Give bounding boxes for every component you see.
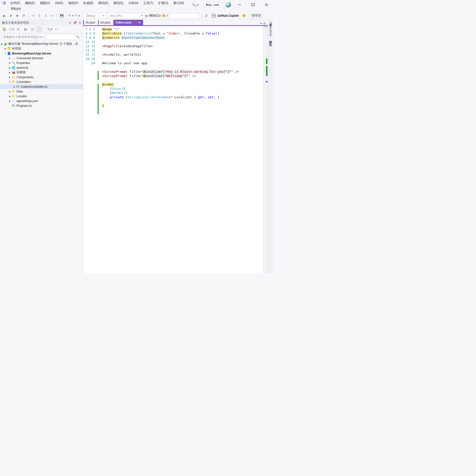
folder-icon: 📁 [11, 90, 15, 94]
menu-build[interactable]: 生成(B) [81, 0, 95, 6]
sync-icon[interactable]: ⇆ [15, 26, 21, 32]
vs-logo-icon [1, 1, 6, 5]
menu-debug[interactable]: 调试(D) [96, 0, 111, 6]
undo-icon[interactable]: ↶ ▾ [68, 13, 74, 18]
show-all-icon[interactable]: ◫ [29, 26, 35, 32]
side-tab-powershell[interactable]: 开发者 PowerShell [269, 22, 272, 36]
menu-analyze[interactable]: 分析(N) [126, 0, 141, 6]
tree-controllers[interactable]: ▾📁 Controllers [0, 80, 83, 84]
pin-icon[interactable]: 📌 [133, 21, 137, 24]
menu-help[interactable]: 帮助(H) [8, 6, 23, 12]
tree-external[interactable]: ▶🗂️ 外部源 [0, 46, 83, 51]
panel-close-icon[interactable]: ✕ [78, 21, 82, 24]
tree-properties[interactable]: ▶🔧 Properties [0, 60, 83, 65]
maximize-button[interactable] [248, 2, 258, 8]
package-icon: 📦 [11, 70, 15, 74]
copilot-icon [212, 14, 216, 18]
menu-test[interactable]: 测试(S) [111, 0, 126, 6]
tree-label: 外部源 [12, 46, 21, 51]
settings-icon[interactable]: ⇵ [204, 13, 209, 18]
search-icon: 🔍 [76, 35, 80, 39]
config-dropdown[interactable]: Debug [84, 13, 106, 19]
track-active-icon[interactable]: ⬚ [36, 26, 42, 32]
tab-indexrazor[interactable]: Index.razor 📌 ✕ [113, 20, 143, 25]
folder-icon: 📁 [11, 75, 15, 79]
menu-file[interactable]: 文件(F) [8, 0, 22, 6]
hot-reload-icon[interactable]: 🔥 ▾ [162, 13, 168, 18]
menu-ext[interactable]: 扩展(X) [156, 0, 171, 6]
panel-pin-icon[interactable]: 📌 [73, 21, 77, 24]
tree-data[interactable]: ▶📁 Data [0, 89, 83, 94]
step-over-icon[interactable]: ↪ [30, 13, 36, 18]
tree-label: BootstrapBlazorApp.Server [12, 52, 51, 55]
preview-icon[interactable]: — [54, 26, 59, 32]
menu-project[interactable]: 项目(P) [66, 0, 80, 6]
tab-label: en.json [101, 21, 110, 24]
tree-deps[interactable]: ▶📦 依赖项 [0, 70, 83, 75]
tab-overflow-icon[interactable]: ▾ [260, 22, 262, 25]
overview-ruler[interactable] [263, 26, 268, 273]
tree-connected[interactable]: ▶☁️ Connected Services [0, 56, 83, 60]
start-icon[interactable]: ▶ [1, 13, 7, 18]
copilot-button[interactable]: GitHub Copilot [210, 14, 240, 18]
tree-culturecontroller[interactable]: ▶C# CultureController.cs [0, 84, 83, 89]
step-out-icon[interactable]: ↥ [43, 13, 49, 18]
tree-components[interactable]: ▶📁 Components [0, 75, 83, 80]
menu-edit[interactable]: 编辑(E) [23, 0, 37, 6]
close-button[interactable] [261, 2, 271, 8]
right-tool-tabs: 开发者 PowerShell 即时窗口 输出 [268, 20, 273, 273]
step-into-icon[interactable]: ↧ [37, 13, 42, 18]
tree-label: Connected Services [16, 56, 43, 60]
step-back-icon[interactable]: ↩ [50, 13, 55, 18]
feedback-icon[interactable]: 🙂 [241, 13, 247, 18]
panel-search[interactable]: 搜索解决方案资源管理器(Ctrl+;) 🔍 [1, 34, 81, 40]
platform-dropdown[interactable]: Any CPU [107, 13, 145, 19]
code-area[interactable]: 1 2 3 4 5 6 7 8 9 10 11 12 13 14 15 16 1… [83, 26, 268, 273]
tree-appsettings[interactable]: ▶📄 appsettings.json [0, 98, 83, 103]
continue-button[interactable]: ▶ 继续(C) ▾ [146, 13, 161, 18]
tree-wwwroot[interactable]: ▶🌐 wwwroot [0, 65, 83, 70]
history-icon[interactable]: 🕗▾ [8, 26, 14, 32]
tree-label: 依赖项 [16, 70, 25, 74]
workspace: 解决方案资源管理器 ··························· ▾ … [0, 20, 273, 273]
code-content[interactable]: @page "/" @attribute [TabItemOption(Text… [98, 26, 263, 273]
user-avatar[interactable] [226, 2, 231, 8]
tree-label: Program.cs [16, 104, 32, 108]
save-icon[interactable]: 💾 [59, 13, 64, 18]
tree-solution[interactable]: ▶🧩 解决方案 'BootstrapBlazorApp.Server' (1 个… [0, 42, 83, 46]
restart-icon[interactable]: ⟳ [21, 13, 26, 18]
tree-program[interactable]: C# Program.cs [0, 103, 83, 108]
editor-tabstrip: zh.json en.json Index.razor 📌 ✕ ▾ ⚙ [83, 20, 268, 26]
tree-label: Properties [16, 61, 30, 65]
search-icon[interactable]: 🔍 ▾ [191, 2, 200, 7]
menu-git[interactable]: Git(G) [53, 0, 65, 6]
tab-zhjson[interactable]: zh.json [83, 20, 98, 25]
solution-explorer: 解决方案资源管理器 ··························· ▾ … [0, 20, 83, 273]
tree-project[interactable]: ▾📘 BootstrapBlazorApp.Server [0, 51, 83, 56]
svg-point-3 [213, 15, 214, 16]
stop-icon[interactable]: ■ [14, 13, 20, 18]
minimize-button[interactable] [235, 2, 244, 8]
solution-name-chip[interactable]: Boo…rver [203, 2, 222, 7]
home-icon[interactable]: 🏠 [1, 26, 7, 32]
process-input[interactable] [169, 13, 200, 19]
menu-view[interactable]: 视图(V) [38, 0, 52, 6]
tree-locales[interactable]: ▶📁 Locales [0, 94, 83, 98]
panel-dropdown-icon[interactable]: ▾ [68, 21, 72, 24]
menu-tools[interactable]: 工具(T) [141, 0, 155, 6]
close-icon[interactable]: ✕ [138, 21, 141, 24]
tab-settings-icon[interactable]: ⚙ [263, 22, 266, 25]
redo-icon[interactable]: ↷ ▾ [75, 13, 80, 18]
solution-tree[interactable]: ▶🧩 解决方案 'BootstrapBlazorApp.Server' (1 个… [0, 41, 83, 273]
main-toolbar: ▶ ⏸ ■ ⟳ ↪ ↧ ↥ ↩ 💾 ↶ ▾ ↷ ▾ Debug Any CPU … [0, 12, 273, 20]
tree-label: Data [16, 90, 23, 93]
tree-label: Locales [16, 94, 27, 98]
editor: zh.json en.json Index.razor 📌 ✕ ▾ ⚙ 1 2 … [83, 20, 268, 273]
pause-icon[interactable]: ⏸ [8, 13, 13, 18]
tree-label: Controllers [16, 80, 31, 84]
menu-window[interactable]: 窗口(W) [171, 0, 186, 6]
tree-label: appsettings.json [16, 99, 38, 103]
properties-icon[interactable]: 🔧▾ [47, 26, 52, 32]
tab-enjson[interactable]: en.json [98, 20, 113, 25]
collapse-icon[interactable]: ▤ [22, 26, 28, 32]
